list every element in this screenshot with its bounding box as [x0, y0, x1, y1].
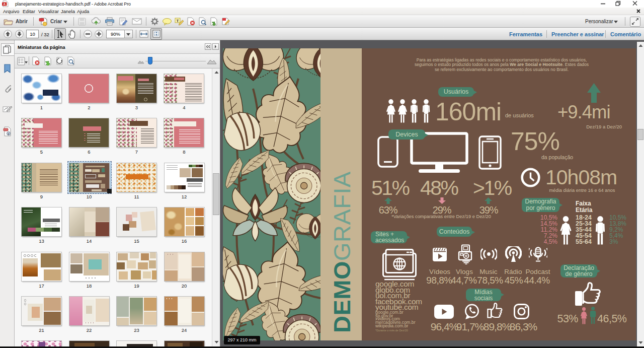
- svg-text:A: A: [4, 3, 6, 6]
- svg-text:i: i: [8, 132, 9, 135]
- svg-text:T: T: [177, 19, 179, 23]
